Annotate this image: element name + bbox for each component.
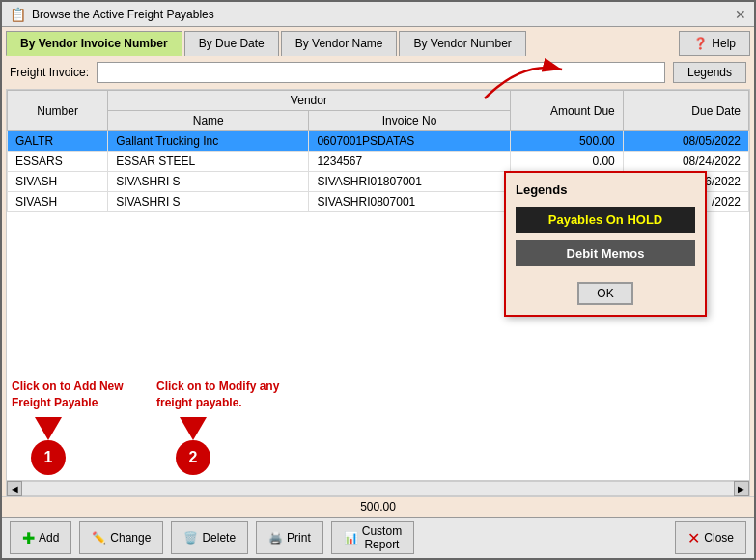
- window-title: Browse the Active Freight Payables: [32, 8, 214, 21]
- delete-icon: 🗑️: [183, 531, 198, 545]
- cell-invoice: SIVASHRI01807001: [309, 172, 510, 192]
- tabs-row: By Vendor Invoice Number By Due Date By …: [2, 27, 754, 56]
- table-row[interactable]: ESSARS ESSAR STEEL 1234567 0.00 08/24/20…: [8, 152, 749, 172]
- col-header-invoice: Invoice No: [309, 111, 510, 131]
- cell-due: 08/05/2022: [623, 131, 748, 152]
- tab-by-due-date[interactable]: By Due Date: [184, 31, 279, 56]
- cell-number: SIVASH: [8, 172, 108, 192]
- scroll-left-button[interactable]: ◀: [7, 481, 22, 496]
- cell-invoice: 0607001PSDATAS: [309, 131, 510, 152]
- legend-debit-label: Debit Memos: [516, 240, 695, 266]
- main-window: 📋 Browse the Active Freight Payables ✕ B…: [0, 0, 756, 560]
- cell-name: ESSAR STEEL: [108, 152, 309, 172]
- scrollbar-track[interactable]: [22, 482, 734, 495]
- cell-invoice: 1234567: [309, 152, 510, 172]
- report-icon: 📊: [344, 531, 358, 545]
- col-header-name: Name: [108, 111, 309, 131]
- legend-ok-button[interactable]: OK: [577, 282, 632, 305]
- table-row[interactable]: GALTR Gallant Trucking Inc 0607001PSDATA…: [8, 131, 749, 152]
- custom-report-button[interactable]: 📊 Custom Report: [331, 521, 414, 554]
- cell-name: Gallant Trucking Inc: [108, 131, 309, 152]
- tab-by-vendor-invoice[interactable]: By Vendor Invoice Number: [6, 31, 182, 56]
- col-header-due-date: Due Date: [623, 91, 748, 131]
- tab-by-vendor-name[interactable]: By Vendor Name: [281, 31, 398, 56]
- legends-popup: Legends Payables On HOLD Debit Memos OK: [504, 171, 707, 317]
- window-icon: 📋: [10, 7, 26, 22]
- status-value: 500.00: [360, 500, 396, 514]
- add-icon: ✚: [22, 529, 35, 547]
- legends-button[interactable]: Legends: [673, 62, 746, 83]
- bottom-bar: ✚ Add ✏️ Change 🗑️ Delete 🖨️ Print 📊 Cus…: [2, 517, 754, 558]
- change-button[interactable]: ✏️ Change: [79, 521, 163, 554]
- window-close-button[interactable]: ✕: [735, 7, 746, 22]
- col-header-number: Number: [8, 91, 108, 131]
- delete-button[interactable]: 🗑️ Delete: [171, 521, 248, 554]
- legend-hold-label: Payables On HOLD: [516, 207, 695, 233]
- scroll-right-button[interactable]: ▶: [734, 481, 749, 496]
- cell-due: 08/24/2022: [623, 152, 748, 172]
- cell-name: SIVASHRI S: [108, 172, 309, 192]
- close-button[interactable]: ✕ Close: [675, 521, 746, 554]
- title-bar: 📋 Browse the Active Freight Payables ✕: [2, 2, 754, 27]
- legends-popup-title: Legends: [516, 182, 695, 197]
- print-icon: 🖨️: [268, 531, 283, 545]
- col-header-vendor-group: Vendor: [108, 91, 511, 111]
- add-button[interactable]: ✚ Add: [10, 521, 71, 554]
- cell-amount: 500.00: [510, 131, 623, 152]
- close-icon: ✕: [687, 529, 700, 547]
- search-label: Freight Invoice:: [10, 66, 89, 79]
- print-button[interactable]: 🖨️ Print: [256, 521, 323, 554]
- cell-amount: 0.00: [510, 152, 623, 172]
- status-bar: 500.00: [2, 496, 754, 517]
- tab-by-vendor-number[interactable]: By Vendor Number: [399, 31, 525, 56]
- cell-number: GALTR: [8, 131, 108, 152]
- cell-number: ESSARS: [8, 152, 108, 172]
- cell-invoice: SIVASHRI0807001: [309, 192, 510, 212]
- tab-help[interactable]: ❓ Help: [679, 31, 750, 56]
- search-input[interactable]: [97, 62, 665, 83]
- cell-number: SIVASH: [8, 192, 108, 212]
- search-row: Freight Invoice: Legends: [2, 56, 754, 89]
- cell-name: SIVASHRI S: [108, 192, 309, 212]
- help-icon: ❓: [693, 37, 708, 50]
- horizontal-scrollbar[interactable]: ◀ ▶: [6, 481, 750, 496]
- change-icon: ✏️: [92, 531, 106, 545]
- col-header-amount: Amount Due: [510, 91, 623, 131]
